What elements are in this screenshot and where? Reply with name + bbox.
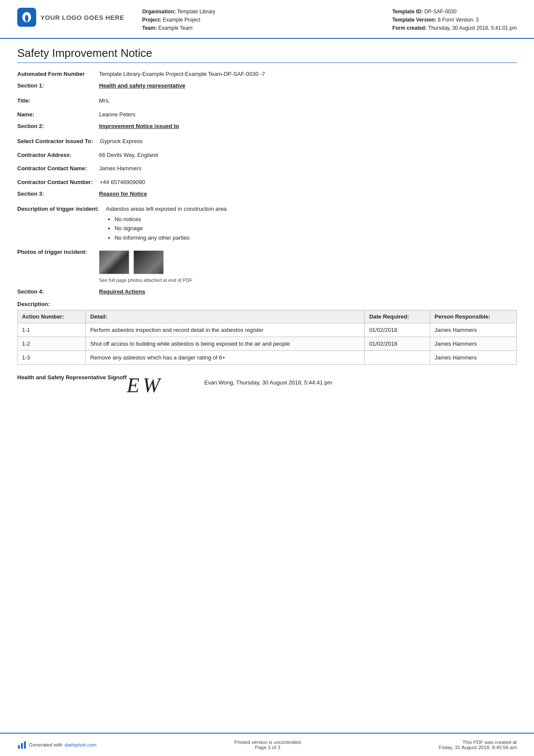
team-value: Example Team xyxy=(158,25,192,31)
name-row: Name: Leanne Peters xyxy=(17,109,517,119)
address-row: Contractor Address: 66 Devils Way, Engla… xyxy=(17,150,517,159)
form-number-value: Template Library-Example Project-Example… xyxy=(99,69,517,78)
title-row: Title: Mrs. xyxy=(17,96,517,105)
form-number-label: Automated Form Number xyxy=(17,69,99,78)
header-meta: Organisation: Template Library Project: … xyxy=(142,8,392,33)
table-header: Action Number: Detail: Date Required: Pe… xyxy=(18,310,517,323)
table-desc-label: Description: xyxy=(17,301,517,307)
brand-link[interactable]: dashpivot.com xyxy=(65,742,96,747)
address-value: 66 Devils Way, England xyxy=(99,150,517,159)
actions-table: Action Number: Detail: Date Required: Pe… xyxy=(17,310,517,365)
footer-center: Printed version is uncontrolled Page 1 o… xyxy=(234,740,301,750)
title-value: Mrs. xyxy=(99,96,517,105)
contractor-label: Select Contractor Issued To: xyxy=(17,136,100,146)
trigger-value: Asbestos areas left exposed in construct… xyxy=(106,204,517,243)
header-right: Template ID: DP-SAF-0030 Template Versio… xyxy=(392,8,517,33)
photo-thumb-1 xyxy=(99,250,129,274)
bullet-item-1: No notices xyxy=(115,215,517,224)
version-line: Template Version: 6 Form Version: 3 xyxy=(392,16,517,24)
table-header-row: Action Number: Detail: Date Required: Pe… xyxy=(18,310,517,323)
form-number-row: Automated Form Number Template Library-E… xyxy=(17,69,517,78)
team-line: Team: Example Team xyxy=(142,24,392,32)
logo-area: YOUR LOGO GOES HERE xyxy=(17,8,129,27)
table-row: 1-3 Remove any asbestos which has a dang… xyxy=(18,350,517,364)
signature-text: E W xyxy=(127,375,196,396)
logo-icon xyxy=(17,8,36,27)
signoff-info: Evan Wong, Thursday, 30 August 2018, 5:4… xyxy=(204,373,332,386)
row3-action-number: 1-3 xyxy=(18,350,86,364)
form-created-value: Thursday, 30 August 2018, 5:41:01 pm xyxy=(428,25,517,31)
template-id-line: Template ID: DP-SAF-0030 xyxy=(392,8,517,16)
org-value: Template Library xyxy=(177,9,215,15)
form-version-label: Form Version: xyxy=(442,17,475,23)
photo-caption: See full page photos attached at end of … xyxy=(99,277,517,284)
section4-row: Section 4: Required Actions xyxy=(17,288,517,295)
trigger-label: Description of trigger incident: xyxy=(17,204,106,213)
template-id-value: DP-SAF-0030 xyxy=(424,9,456,15)
footer-logo-icon xyxy=(17,740,27,750)
col-person-responsible: Person Responsible: xyxy=(430,310,517,323)
footer-brand: Generated with dashpivot.com xyxy=(17,740,96,750)
photos-row: Photos of trigger incident: See full pag… xyxy=(17,247,517,284)
row1-detail: Perform asbestos inspection and record d… xyxy=(86,323,365,337)
contractor-row: Select Contractor Issued To: Gyprock Exp… xyxy=(17,136,517,146)
contact-name-label: Contractor Contact Name: xyxy=(17,163,99,173)
section3-row: Section 3: Reason for Notice xyxy=(17,191,517,197)
form-created-line: Form created: Thursday, 30 August 2018, … xyxy=(392,24,517,32)
table-body: 1-1 Perform asbestos inspection and reco… xyxy=(18,323,517,364)
row1-action-number: 1-1 xyxy=(18,323,86,337)
footer-right: This PDF was created at Friday, 31 Augus… xyxy=(439,740,517,750)
contact-number-row: Contractor Contact Number: +44 657489090… xyxy=(17,177,517,187)
section1-row: Section 1: Health and safety representat… xyxy=(17,82,517,89)
contractor-value: Gyprock Express xyxy=(100,136,517,146)
form-created-label: Form created: xyxy=(392,25,427,31)
row2-date: 01/02/2018 xyxy=(365,337,430,350)
pdf-date: Friday, 31 August 2018, 8:45:56 am xyxy=(439,745,517,750)
print-text: Printed version is uncontrolled xyxy=(234,740,301,745)
section3-value: Reason for Notice xyxy=(99,191,147,197)
section1-label: Section 1: xyxy=(17,82,99,89)
logo-svg xyxy=(21,11,33,23)
col-date-required: Date Required: xyxy=(365,310,430,323)
bullet-item-2: No signage xyxy=(115,224,517,233)
project-label: Project: xyxy=(142,17,161,23)
name-label: Name: xyxy=(17,109,99,119)
col-action-number: Action Number: xyxy=(18,310,86,323)
photos-value: See full page photos attached at end of … xyxy=(99,247,517,284)
row1-date: 01/02/2018 xyxy=(365,323,430,337)
main-content: Safety Improvement Notice Automated Form… xyxy=(0,39,534,733)
section2-value: Improvement Notice issued to xyxy=(99,123,179,129)
row3-person: James Hammers xyxy=(430,350,517,364)
page-text: Page 1 of 3 xyxy=(234,745,301,750)
trigger-row: Description of trigger incident: Asbesto… xyxy=(17,204,517,243)
trigger-bullet-list: No notices No signage No informing any o… xyxy=(115,215,517,242)
team-label: Team: xyxy=(142,25,157,31)
signoff-label: Health and Safety Representative Signoff xyxy=(17,373,127,382)
document-title: Safety Improvement Notice xyxy=(17,47,517,63)
col-detail: Detail: xyxy=(86,310,365,323)
photos-label: Photos of trigger incident: xyxy=(17,247,99,256)
table-row: 1-1 Perform asbestos inspection and reco… xyxy=(18,323,517,337)
section2-label: Section 2: xyxy=(17,123,99,129)
name-value: Leanne Peters xyxy=(99,109,517,119)
trigger-description: Asbestos areas left exposed in construct… xyxy=(106,206,227,212)
photo-thumb-2 xyxy=(134,250,164,274)
table-row: 1-2 Shut off access to building while as… xyxy=(18,337,517,350)
svg-rect-1 xyxy=(21,743,23,749)
footer-left: Generated with dashpivot.com xyxy=(17,740,96,750)
contact-name-value: James Hammers xyxy=(99,163,517,173)
form-version-value: 3 xyxy=(476,17,479,23)
section4-value: Required Actions xyxy=(99,288,145,295)
org-line: Organisation: Template Library xyxy=(142,8,392,16)
page: YOUR LOGO GOES HERE Organisation: Templa… xyxy=(0,0,534,756)
template-version-value: 6 xyxy=(438,17,441,23)
photo-container xyxy=(99,250,517,274)
row2-action-number: 1-2 xyxy=(18,337,86,350)
contact-number-value: +44 65748909090 xyxy=(100,177,517,187)
footer: Generated with dashpivot.com Printed ver… xyxy=(0,733,534,756)
row3-date xyxy=(365,350,430,364)
svg-rect-0 xyxy=(18,745,20,749)
signoff-row: Health and Safety Representative Signoff… xyxy=(17,373,517,396)
section4-label: Section 4: xyxy=(17,288,99,295)
row2-detail: Shut off access to building while asbest… xyxy=(86,337,365,350)
